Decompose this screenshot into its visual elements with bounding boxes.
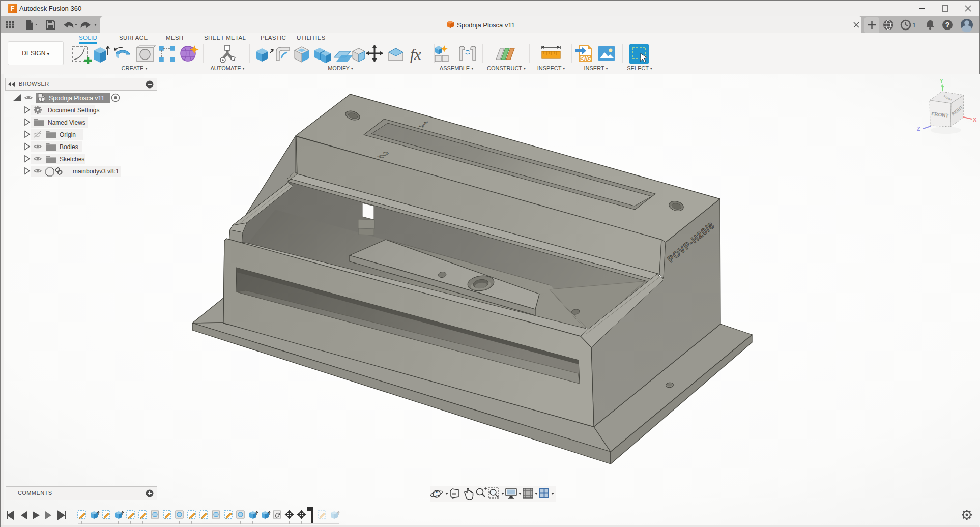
svg-text:Z: Z [917,126,920,132]
svg-text:Named Views: Named Views [48,119,85,126]
svg-text:Origin: Origin [60,131,76,138]
svg-text:?: ? [945,21,950,29]
svg-text:Y: Y [940,78,943,84]
svg-text:Sketches: Sketches [60,156,84,163]
svg-text:Document Settings: Document Settings [48,107,99,114]
svg-text:Bodies: Bodies [60,143,78,151]
svg-text:Spodnja Plosca v11: Spodnja Plosca v11 [457,21,515,29]
svg-text:X: X [973,116,977,123]
svg-text:fx: fx [410,46,421,63]
svg-text:mainbodyv3 v8:1: mainbodyv3 v8:1 [73,168,119,175]
svg-text:Spodnja Plosca v11: Spodnja Plosca v11 [49,95,105,102]
svg-text:1: 1 [912,21,916,29]
